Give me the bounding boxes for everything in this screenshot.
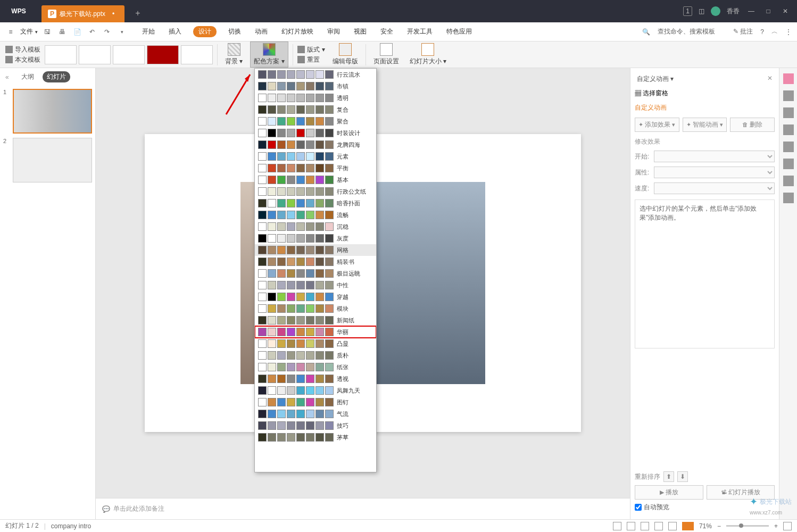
reset-button[interactable]: 重置 xyxy=(297,55,325,64)
color-scheme-option[interactable]: 技巧 xyxy=(255,420,376,431)
color-scheme-option[interactable]: 暗香扑面 xyxy=(255,197,376,209)
menu-tab-幻灯片放映[interactable]: 幻灯片放映 xyxy=(279,26,316,37)
new-tab-button[interactable]: + xyxy=(131,6,145,20)
side-tool-icon[interactable] xyxy=(783,90,794,101)
color-scheme-option[interactable]: 气流 xyxy=(255,408,376,420)
color-scheme-option[interactable]: 图钉 xyxy=(255,396,376,408)
print-preview-icon[interactable]: 📄 xyxy=(72,27,82,37)
color-scheme-option[interactable]: 聚合 xyxy=(255,115,376,127)
color-scheme-option[interactable]: 行政公文纸 xyxy=(255,186,376,197)
slideshow-view-icon[interactable] xyxy=(682,522,694,530)
color-scheme-option[interactable]: 茅草 xyxy=(255,431,376,443)
normal-view-icon[interactable] xyxy=(641,522,649,530)
reading-view-icon[interactable] xyxy=(668,522,677,530)
move-down-button[interactable]: ⬇ xyxy=(677,471,688,482)
maximize-button[interactable]: □ xyxy=(763,6,774,16)
skin-icon[interactable]: ◫ xyxy=(699,7,704,15)
color-scheme-button[interactable]: 配色方案 ▾ xyxy=(250,41,288,68)
menu-tab-开发工具[interactable]: 开发工具 xyxy=(405,26,435,37)
color-scheme-option[interactable]: 灰度 xyxy=(255,232,376,244)
delete-button[interactable]: 🗑 删除 xyxy=(730,118,775,132)
slides-tab[interactable]: 幻灯片 xyxy=(43,71,70,82)
import-template-button[interactable]: 导入模板 xyxy=(5,45,40,54)
badge-icon[interactable]: 1 xyxy=(683,6,692,16)
help-icon[interactable]: ? xyxy=(760,28,764,36)
template-thumb[interactable] xyxy=(181,45,213,64)
image-placeholder[interactable] xyxy=(368,182,485,384)
menu-tab-动画[interactable]: 动画 xyxy=(253,26,270,37)
file-menu[interactable]: 文件 ▾ xyxy=(20,27,38,36)
comments-view-icon[interactable] xyxy=(627,522,635,530)
side-tool-icon[interactable] xyxy=(783,107,794,118)
add-effect-button[interactable]: ✦ 添加效果 ▾ xyxy=(635,118,679,132)
color-scheme-option[interactable]: 精装书 xyxy=(255,256,376,268)
collapse-panel-icon[interactable]: « xyxy=(5,73,13,81)
side-tool-icon[interactable] xyxy=(783,159,794,169)
page-setup-button[interactable]: 页面设置 xyxy=(370,42,402,67)
hamburger-icon[interactable]: ≡ xyxy=(5,27,16,37)
color-scheme-option[interactable]: 网格 xyxy=(255,244,376,256)
menu-tab-安全[interactable]: 安全 xyxy=(378,26,395,37)
slide-preview[interactable] xyxy=(13,138,92,182)
color-scheme-option[interactable]: 透明 xyxy=(255,92,376,104)
color-scheme-option[interactable]: 极目远眺 xyxy=(255,268,376,279)
color-scheme-option[interactable]: 新闻纸 xyxy=(255,314,376,326)
document-tab[interactable]: P 极光下载站.pptx • xyxy=(41,5,124,22)
side-tool-icon[interactable] xyxy=(783,73,794,84)
speed-select[interactable] xyxy=(654,182,775,194)
minimize-button[interactable]: — xyxy=(746,6,757,16)
select-pane-button[interactable]: ▦ 选择窗格 xyxy=(635,86,775,101)
color-scheme-option[interactable]: 纸张 xyxy=(255,361,376,373)
menu-tab-视图[interactable]: 视图 xyxy=(352,26,369,37)
template-gallery[interactable] xyxy=(45,45,213,64)
color-scheme-option[interactable]: 基本 xyxy=(255,174,376,186)
undo-icon[interactable]: ↶ xyxy=(87,27,97,37)
color-scheme-option[interactable]: 复合 xyxy=(255,104,376,115)
slide-preview[interactable] xyxy=(13,89,92,134)
search-box[interactable]: 查找命令、搜索模板 xyxy=(658,27,715,36)
slide-thumbnail[interactable]: 1 xyxy=(3,89,92,134)
close-button[interactable]: ✕ xyxy=(780,6,791,16)
slide-size-button[interactable]: 幻灯片大小 ▾ xyxy=(406,42,450,67)
menu-tab-特色应用[interactable]: 特色应用 xyxy=(444,26,474,37)
user-avatar[interactable] xyxy=(711,6,720,16)
zoom-level[interactable]: 71% xyxy=(699,522,712,530)
color-scheme-option[interactable]: 沉稳 xyxy=(255,221,376,232)
start-select[interactable] xyxy=(654,151,775,162)
template-thumb[interactable] xyxy=(147,45,179,64)
color-scheme-option[interactable]: 凤舞九天 xyxy=(255,385,376,396)
notes-pane[interactable]: 💬 单击此处添加备注 xyxy=(96,498,630,519)
zoom-slider[interactable] xyxy=(726,525,769,527)
save-icon[interactable]: 🖫 xyxy=(42,27,53,37)
color-scheme-option[interactable]: 市镇 xyxy=(255,80,376,92)
comments-button[interactable]: ✎ 批注 xyxy=(733,27,753,36)
menu-tab-切换[interactable]: 切换 xyxy=(226,26,243,37)
move-up-button[interactable]: ⬆ xyxy=(663,471,674,482)
color-scheme-option[interactable]: 元素 xyxy=(255,151,376,162)
color-scheme-option[interactable]: 透视 xyxy=(255,373,376,385)
redo-icon[interactable]: ↷ xyxy=(102,27,112,37)
menu-tab-开始[interactable]: 开始 xyxy=(140,26,157,37)
print-icon[interactable]: 🖶 xyxy=(57,27,68,37)
color-scheme-option[interactable]: 行云流水 xyxy=(255,69,376,80)
color-scheme-option[interactable]: 流畅 xyxy=(255,209,376,221)
color-scheme-option[interactable]: 华丽 xyxy=(255,326,376,338)
edit-master-button[interactable]: 编辑母版 xyxy=(329,42,361,67)
play-button[interactable]: ▶ 播放 xyxy=(635,485,703,500)
color-scheme-option[interactable]: 模块 xyxy=(255,303,376,314)
collapse-ribbon-icon[interactable]: ︿ xyxy=(771,27,778,36)
side-tool-icon[interactable] xyxy=(783,176,794,186)
color-scheme-option[interactable]: 凸显 xyxy=(255,338,376,350)
color-scheme-option[interactable]: 平衡 xyxy=(255,162,376,174)
side-tool-icon[interactable] xyxy=(783,142,794,152)
template-thumb[interactable] xyxy=(45,45,77,64)
menu-tab-审阅[interactable]: 审阅 xyxy=(325,26,342,37)
this-template-button[interactable]: 本文模板 xyxy=(5,55,40,64)
template-thumb[interactable] xyxy=(79,45,111,64)
close-panel-icon[interactable]: ✕ xyxy=(767,74,773,84)
property-select[interactable] xyxy=(654,167,775,178)
layout-button[interactable]: 版式 ▾ xyxy=(297,45,325,54)
qat-dropdown-icon[interactable]: ▾ xyxy=(117,27,127,37)
outline-tab[interactable]: 大纲 xyxy=(17,71,38,82)
zoom-in-icon[interactable]: + xyxy=(774,522,778,530)
